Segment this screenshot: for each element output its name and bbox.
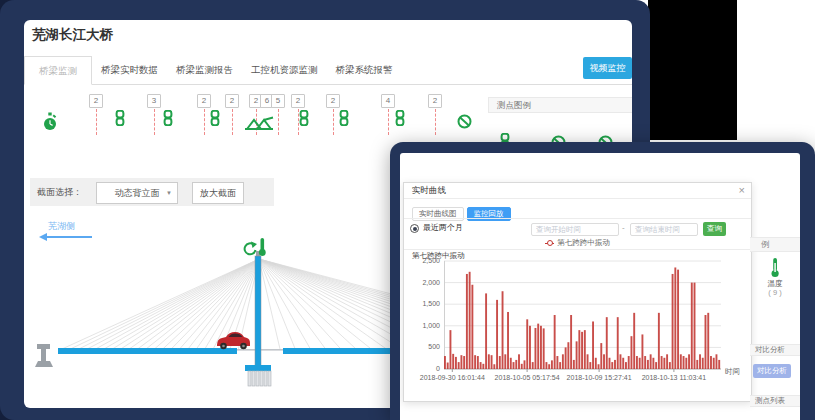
sensor-chain-icon[interactable]	[115, 110, 125, 126]
compare-analysis-button[interactable]: 对比分析	[753, 364, 791, 378]
sensor-count-badge: 2	[428, 94, 442, 108]
sensor-count-badge: 3	[147, 94, 161, 108]
sensor-count-badge: 2	[291, 94, 305, 108]
divider	[404, 218, 751, 219]
temperature-sensor-icon[interactable]	[259, 238, 266, 256]
sensor-chain-icon[interactable]	[299, 110, 309, 126]
y-axis-tick: 1,500	[404, 300, 440, 307]
x-axis-tick: 2018-10-13 11:03:41	[629, 374, 719, 381]
legend-panel-header-fragment: 例	[750, 237, 800, 252]
main-tab-bar: 桥梁监测桥梁实时数据桥梁监测报告工控机资源监测桥梁系统报警	[24, 56, 632, 85]
chart-legend[interactable]: 第七跨跨中振动	[404, 238, 751, 248]
rotation-sensor-icon[interactable]	[245, 242, 257, 255]
sensor-dashed-line	[435, 109, 436, 135]
section-select-value: 动态背立面	[115, 188, 160, 198]
video-monitor-button[interactable]: 视频监控	[583, 57, 632, 79]
vibration-chart-plot: 05001,0001,5002,0002,5002018-09-30 16:01…	[444, 261, 721, 373]
car	[217, 332, 250, 349]
last-two-months-label: 最近两个月	[423, 222, 463, 233]
sensor-dashed-line	[232, 109, 233, 135]
query-button[interactable]: 查询	[703, 222, 726, 236]
query-end-time-input[interactable]	[630, 223, 698, 236]
sensor-count-badge: 2	[89, 94, 103, 108]
y-axis-tick: 1,000	[404, 322, 440, 329]
main-tab-4[interactable]: 桥梁系统报警	[327, 56, 402, 83]
main-tab-2[interactable]: 桥梁监测报告	[167, 56, 242, 83]
compare-section-header: 对比分析	[750, 344, 800, 356]
sensor-count-badge: 2	[326, 94, 340, 108]
sensor-chain-icon[interactable]	[395, 110, 405, 126]
sensor-ban-icon[interactable]	[457, 114, 472, 129]
sensor-count-badge: 5	[271, 94, 285, 108]
sensor-chain-icon[interactable]	[210, 110, 220, 126]
sensor-dashed-line	[204, 109, 205, 135]
bridge-abutment	[35, 344, 53, 367]
enlarge-section-button[interactable]: 放大截面	[192, 182, 244, 204]
main-tab-0[interactable]: 桥梁监测	[24, 56, 92, 85]
sensor-chain-icon[interactable]	[339, 110, 349, 126]
modal-header: 实时曲线 ×	[404, 183, 751, 199]
sensor-dashed-line	[333, 109, 334, 135]
background-black-region	[648, 0, 737, 140]
section-select-dropdown[interactable]: 动态背立面 ▼	[96, 182, 178, 204]
radio-dot	[413, 227, 417, 231]
thermometer-icon[interactable]	[769, 257, 781, 278]
main-tab-3[interactable]: 工控机资源监测	[242, 56, 327, 83]
sensor-truss-icon[interactable]	[244, 116, 274, 132]
modal-title: 实时曲线	[412, 183, 446, 198]
point-list-header: 测点列表	[750, 395, 800, 407]
realtime-curve-modal: 实时曲线 × 实时曲线图监控回放 最近两个月 - 查询 第七跨跨中振动 第七跨跨…	[403, 182, 752, 402]
legend-panel-header: 测点图例	[488, 97, 632, 113]
legend-label: 第七跨跨中振动	[557, 238, 610, 247]
sensor-dashed-line	[96, 109, 97, 135]
modal-tab-bar: 实时曲线图监控回放	[412, 202, 514, 216]
tower-foundation	[248, 371, 271, 386]
temperature-count: ( 9 )	[750, 288, 800, 297]
bridge-deck-left	[58, 348, 237, 354]
main-tab-1[interactable]: 桥梁实时数据	[92, 56, 167, 83]
sensor-dashed-line	[154, 109, 155, 135]
x-axis-name: 时间	[725, 367, 740, 377]
section-select-label: 截面选择：	[37, 178, 82, 206]
sensor-count-badge: 4	[381, 94, 395, 108]
sensor-count-badge: 2	[197, 94, 211, 108]
y-axis-tick: 2,500	[404, 257, 440, 264]
sensor-dashed-line	[278, 109, 279, 135]
overlay-card: 实时曲线 × 实时曲线图监控回放 最近两个月 - 查询 第七跨跨中振动 第七跨跨…	[400, 153, 800, 420]
last-two-months-radio[interactable]	[410, 224, 419, 233]
sensor-chain-icon[interactable]	[163, 110, 173, 126]
overlay-window: 实时曲线 × 实时曲线图监控回放 最近两个月 - 查询 第七跨跨中振动 第七跨跨…	[390, 142, 815, 420]
sensor-dashed-line	[388, 109, 389, 135]
sensor-stopwatch-icon[interactable]	[43, 112, 57, 132]
close-icon[interactable]: ×	[739, 183, 745, 198]
tower-cap	[245, 365, 271, 371]
y-axis-tick: 0	[404, 365, 440, 372]
chevron-down-icon: ▼	[166, 183, 172, 203]
y-axis-tick: 2,000	[404, 279, 440, 286]
legend-marker-icon	[545, 243, 554, 244]
page-title: 芜湖长江大桥	[32, 26, 113, 44]
y-axis-tick: 500	[404, 343, 440, 350]
divider	[404, 249, 751, 250]
range-separator: -	[622, 223, 625, 232]
bridge-tower	[255, 256, 261, 366]
query-start-time-input[interactable]	[531, 223, 619, 236]
sensor-count-badge: 2	[225, 94, 239, 108]
